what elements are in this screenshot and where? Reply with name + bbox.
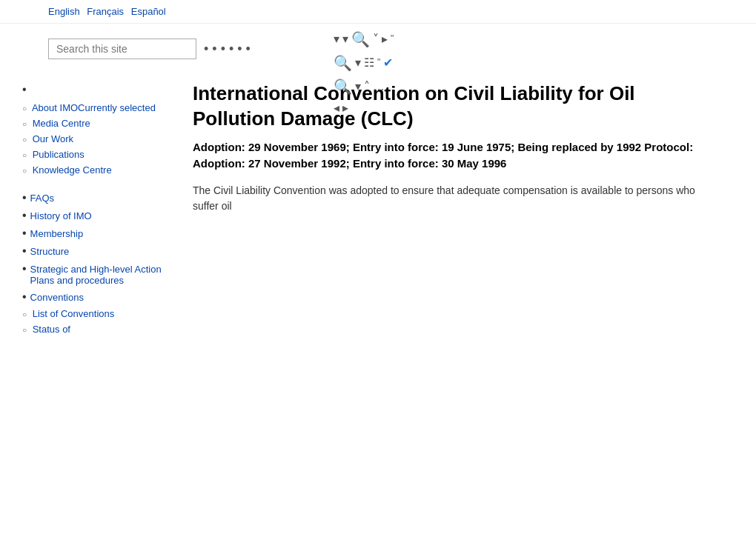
sidebar-link-knowledge-centre[interactable]: Knowledge Centre bbox=[33, 164, 112, 176]
dropdown-icon-4: ▾ bbox=[355, 77, 361, 96]
sidebar-conventions-sublist: List of Conventions Status of bbox=[22, 308, 170, 335]
sidebar-item-history[interactable]: • History of IMO bbox=[22, 209, 170, 222]
bullet-dot: • bbox=[22, 262, 27, 276]
quote-icon: " bbox=[391, 32, 394, 46]
sidebar-item-conventions[interactable]: • Conventions bbox=[22, 290, 170, 304]
icon-row-2: 🔍 ▾ ☷ " ✔ bbox=[334, 51, 393, 75]
top-bullet-dot: • bbox=[22, 81, 27, 98]
sidebar-link-history[interactable]: History of IMO bbox=[30, 210, 92, 221]
sidebar-item-status-of[interactable]: Status of bbox=[22, 324, 170, 335]
dropdown-icon-2: ▾ bbox=[342, 30, 348, 49]
sidebar-item-list-conventions[interactable]: List of Conventions bbox=[22, 308, 170, 319]
dot-1: • bbox=[204, 41, 210, 57]
toolbar-icons: ▾ ▾ 🔍 ˅ ▸ " 🔍 ▾ ☷ " ✔ 🔍 ▾ ˄ … ◂ ▸ bbox=[334, 27, 394, 118]
dot-6: • bbox=[246, 41, 252, 57]
page-title: International Convention on Civil Liabil… bbox=[193, 81, 719, 132]
sidebar-item-knowledge-centre[interactable]: Knowledge Centre bbox=[22, 164, 170, 176]
sidebar-link-about-imo[interactable]: About IMO bbox=[32, 102, 78, 113]
sidebar-top-sub-list: About IMOCurrently selected Media Centre… bbox=[22, 102, 170, 176]
bullet-dot: • bbox=[22, 227, 27, 240]
sidebar-item-membership[interactable]: • Membership bbox=[22, 227, 170, 240]
sidebar-item-our-work[interactable]: Our Work bbox=[22, 133, 170, 144]
meta-info: Adoption: 29 November 1969; Entry into f… bbox=[193, 139, 719, 173]
sidebar-main-list: • FAQs • History of IMO • Membership • S… bbox=[22, 191, 170, 304]
currently-selected-label: Currently selected bbox=[78, 102, 156, 113]
dots-area: • • • • • • bbox=[204, 41, 252, 57]
sidebar-link-faqs[interactable]: FAQs bbox=[30, 193, 55, 204]
arrow-left-icon: ◂ bbox=[334, 99, 339, 118]
dropdown-icon-3: ▾ bbox=[355, 53, 361, 73]
search-icon-3[interactable]: 🔍 bbox=[334, 75, 352, 99]
dropdown-icon-1: ▾ bbox=[334, 30, 339, 49]
sidebar-item-strategic[interactable]: • Strategic and High-level Action Plans … bbox=[22, 262, 170, 286]
bullet-dot: • bbox=[22, 209, 27, 222]
bullet-dot: • bbox=[22, 244, 27, 258]
sidebar-link-structure[interactable]: Structure bbox=[30, 246, 70, 257]
sidebar-link-list-conventions[interactable]: List of Conventions bbox=[33, 308, 115, 319]
sidebar-link-our-work[interactable]: Our Work bbox=[33, 133, 73, 144]
dot-3: • bbox=[221, 41, 227, 57]
sidebar-item-about-imo[interactable]: About IMOCurrently selected bbox=[22, 102, 170, 113]
dot-5: • bbox=[237, 41, 243, 57]
bullet-dot: • bbox=[22, 290, 27, 304]
icon-row-4: ◂ ▸ bbox=[334, 99, 348, 118]
sidebar-item-media-centre[interactable]: Media Centre bbox=[22, 118, 170, 129]
language-bar: English Français Español bbox=[0, 0, 756, 24]
description-text: The Civil Liability Convention was adopt… bbox=[193, 183, 719, 214]
content-area: International Convention on Civil Liabil… bbox=[170, 74, 734, 339]
search-icon-1[interactable]: 🔍 bbox=[351, 27, 370, 51]
dot-2: • bbox=[212, 41, 218, 57]
sidebar-link-publications[interactable]: Publications bbox=[33, 149, 84, 160]
checkmark-icon: ✔ bbox=[383, 53, 393, 73]
chevron-down-icon-1: ˅ bbox=[373, 30, 379, 49]
arrow-right-icon-1: ▸ bbox=[382, 30, 388, 49]
sidebar-item-structure[interactable]: • Structure bbox=[22, 244, 170, 258]
dot-4: • bbox=[229, 41, 235, 57]
header-area: ▾ ▾ 🔍 ˅ ▸ " 🔍 ▾ ☷ " ✔ 🔍 ▾ ˄ … ◂ ▸ bbox=[0, 24, 756, 31]
sidebar-link-strategic[interactable]: Strategic and High-level Action Plans an… bbox=[30, 264, 170, 286]
sidebar-item-publications[interactable]: Publications bbox=[22, 149, 170, 160]
lang-espanol[interactable]: Español bbox=[131, 6, 166, 17]
arrow-right-icon-2: ▸ bbox=[342, 99, 348, 118]
sidebar: • About IMOCurrently selected Media Cent… bbox=[22, 74, 170, 339]
lang-english[interactable]: English bbox=[48, 6, 80, 17]
search-input[interactable] bbox=[48, 39, 196, 59]
icon-row-3: 🔍 ▾ ˄ … bbox=[334, 75, 385, 99]
lang-francais[interactable]: Français bbox=[87, 6, 124, 17]
icon-row-1: ▾ ▾ 🔍 ˅ ▸ " bbox=[334, 27, 394, 51]
chevron-up-icon: ˄ bbox=[364, 77, 370, 96]
ellipsis-icon: … bbox=[373, 77, 385, 96]
quote-icon-2: " bbox=[377, 56, 380, 70]
sidebar-link-status-of[interactable]: Status of bbox=[33, 324, 70, 335]
doc-icon: ☷ bbox=[364, 53, 374, 73]
search-icon-2[interactable]: 🔍 bbox=[334, 51, 352, 75]
sidebar-link-media-centre[interactable]: Media Centre bbox=[33, 118, 90, 129]
bullet-dot: • bbox=[22, 191, 27, 204]
sidebar-item-faqs[interactable]: • FAQs bbox=[22, 191, 170, 204]
sidebar-top-section: • bbox=[22, 81, 170, 98]
sidebar-link-conventions[interactable]: Conventions bbox=[30, 292, 84, 303]
sidebar-link-membership[interactable]: Membership bbox=[30, 228, 84, 239]
